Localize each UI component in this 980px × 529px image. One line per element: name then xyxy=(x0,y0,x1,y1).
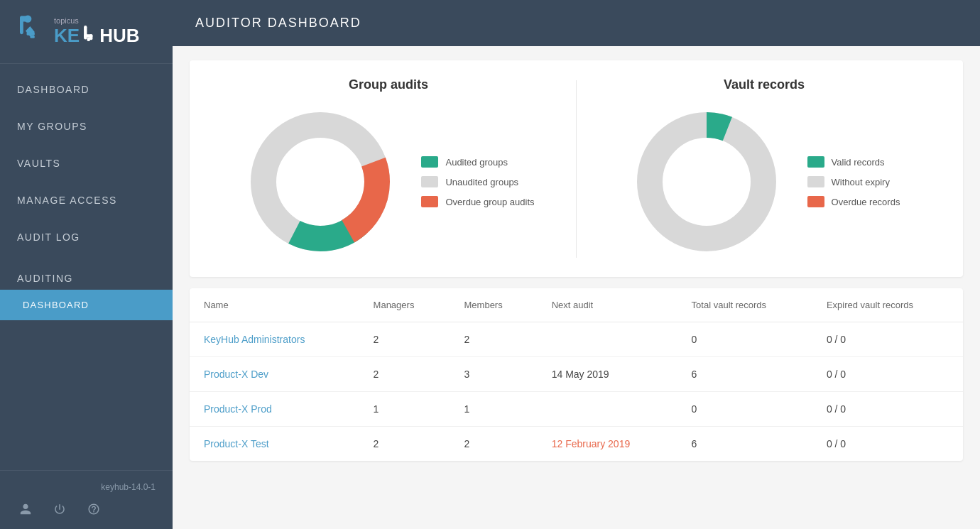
table-header-row: Name Managers Members Next audit Total v… xyxy=(190,288,963,322)
sidebar-item-vaults[interactable]: VAULTS xyxy=(0,145,173,182)
expired-vault-cell: 0 / 0 xyxy=(812,392,963,427)
table-row: Product-X Prod1100 / 0 xyxy=(190,392,963,427)
col-members: Members xyxy=(450,288,538,322)
legend-label-without-expiry: Without expiry xyxy=(832,177,890,187)
sidebar: topicus KE HUB DASHBOARD MY GROUPS VAULT… xyxy=(0,0,173,529)
group-audits-legend: Audited groups Unaudited groups Overdue … xyxy=(421,156,534,207)
charts-section: Group audits xyxy=(190,60,963,277)
members-cell: 1 xyxy=(450,392,538,427)
vault-records-title: Vault records xyxy=(724,77,805,92)
total-vault-cell: 0 xyxy=(677,322,812,357)
sidebar-item-audit-log[interactable]: AUDIT LOG xyxy=(0,219,173,256)
sidebar-footer: keyhub-14.0-1 xyxy=(0,470,173,529)
expired-vault-cell: 0 / 0 xyxy=(812,322,963,357)
expired-vault-cell: 0 / 0 xyxy=(812,357,963,392)
legend-without-expiry: Without expiry xyxy=(807,176,900,187)
vault-records-donut xyxy=(628,104,785,260)
logo-topicus: topicus xyxy=(54,16,139,25)
person-icon[interactable] xyxy=(17,501,34,518)
legend-color-unaudited xyxy=(421,176,438,187)
next-audit-cell: 12 February 2019 xyxy=(538,427,677,462)
version-text: keyhub-14.0-1 xyxy=(17,482,156,492)
table-section: Name Managers Members Next audit Total v… xyxy=(190,288,963,461)
svg-rect-9 xyxy=(87,37,90,40)
svg-rect-5 xyxy=(30,35,34,38)
legend-overdue-groups: Overdue group audits xyxy=(421,196,534,207)
legend-label-overdue-records: Overdue records xyxy=(832,197,900,207)
vault-records-legend: Valid records Without expiry Overdue rec… xyxy=(807,156,900,207)
sidebar-item-dashboard[interactable]: DASHBOARD xyxy=(0,71,173,108)
legend-audited-groups: Audited groups xyxy=(421,156,534,168)
key-icon xyxy=(81,26,98,47)
legend-color-valid xyxy=(807,156,824,168)
managers-cell: 1 xyxy=(359,392,450,427)
total-vault-cell: 6 xyxy=(677,357,812,392)
vault-records-container: Valid records Without expiry Overdue rec… xyxy=(628,104,900,260)
legend-label-audited: Audited groups xyxy=(445,157,507,168)
group-audits-container: Audited groups Unaudited groups Overdue … xyxy=(242,104,534,260)
col-next-audit: Next audit xyxy=(538,288,677,322)
col-managers: Managers xyxy=(359,288,450,322)
group-name-link[interactable]: KeyHub Administrators xyxy=(204,334,305,345)
sidebar-sub-item-auditing-dashboard[interactable]: DASHBOARD xyxy=(0,290,173,320)
table-row: Product-X Test2212 February 201960 / 0 xyxy=(190,427,963,462)
sidebar-item-my-groups[interactable]: MY GROUPS xyxy=(0,108,173,145)
group-name-link[interactable]: Product-X Test xyxy=(204,438,269,449)
legend-overdue-records: Overdue records xyxy=(807,196,900,207)
members-cell: 2 xyxy=(450,322,538,357)
managers-cell: 2 xyxy=(359,322,450,357)
total-vault-cell: 0 xyxy=(677,392,812,427)
table-row: KeyHub Administrators2200 / 0 xyxy=(190,322,963,357)
group-audits-donut xyxy=(242,104,398,260)
svg-point-13 xyxy=(278,139,363,224)
legend-unaudited-groups: Unaudited groups xyxy=(421,176,534,187)
content-area: Group audits xyxy=(173,46,980,529)
managers-cell: 2 xyxy=(359,357,450,392)
total-vault-cell: 6 xyxy=(677,427,812,462)
group-name-link[interactable]: Product-X Prod xyxy=(204,403,272,415)
legend-label-overdue: Overdue group audits xyxy=(445,197,534,207)
col-total-vault: Total vault records xyxy=(677,288,812,322)
expired-vault-cell: 0 / 0 xyxy=(812,427,963,462)
auditing-section-label: AUDITING xyxy=(0,256,173,290)
legend-label-unaudited: Unaudited groups xyxy=(445,177,518,187)
svg-rect-1 xyxy=(20,16,23,34)
sidebar-item-manage-access[interactable]: MANAGE ACCESS xyxy=(0,182,173,219)
table-row: Product-X Dev2314 May 201960 / 0 xyxy=(190,357,963,392)
legend-label-valid: Valid records xyxy=(832,157,885,168)
members-cell: 2 xyxy=(450,427,538,462)
legend-color-audited xyxy=(421,156,438,168)
group-audits-title: Group audits xyxy=(349,77,428,92)
next-audit-cell: 14 May 2019 xyxy=(538,357,677,392)
svg-point-16 xyxy=(664,139,749,224)
col-name: Name xyxy=(190,288,359,322)
col-expired-vault: Expired vault records xyxy=(812,288,963,322)
page-title: AUDITOR DASHBOARD xyxy=(195,16,361,31)
members-cell: 3 xyxy=(450,357,538,392)
legend-color-without-expiry xyxy=(807,176,824,187)
chart-divider xyxy=(576,80,577,258)
legend-color-overdue xyxy=(421,196,438,207)
nav-items: DASHBOARD MY GROUPS VAULTS MANAGE ACCESS… xyxy=(0,64,173,320)
logo-text: topicus KE HUB xyxy=(54,16,139,47)
managers-cell: 2 xyxy=(359,427,450,462)
logo-area: topicus KE HUB xyxy=(0,0,173,64)
next-audit-cell xyxy=(538,392,677,427)
help-icon[interactable] xyxy=(85,501,102,518)
legend-valid-records: Valid records xyxy=(807,156,900,168)
page-header: AUDITOR DASHBOARD xyxy=(173,0,980,46)
svg-rect-4 xyxy=(27,32,35,36)
main-content: AUDITOR DASHBOARD Group audits xyxy=(173,0,980,529)
next-audit-cell xyxy=(538,322,677,357)
vault-records-chart: Vault records xyxy=(588,77,940,260)
legend-color-overdue-records xyxy=(807,196,824,207)
table-body: KeyHub Administrators2200 / 0Product-X D… xyxy=(190,322,963,462)
footer-icons xyxy=(17,501,156,518)
power-icon[interactable] xyxy=(51,501,68,518)
group-name-link[interactable]: Product-X Dev xyxy=(204,369,268,380)
group-audits-chart: Group audits xyxy=(212,77,565,260)
table-header: Name Managers Members Next audit Total v… xyxy=(190,288,963,322)
logo-keyhub: KE HUB xyxy=(54,25,139,47)
groups-table: Name Managers Members Next audit Total v… xyxy=(190,288,963,461)
keyhub-logo-icon xyxy=(14,15,48,49)
